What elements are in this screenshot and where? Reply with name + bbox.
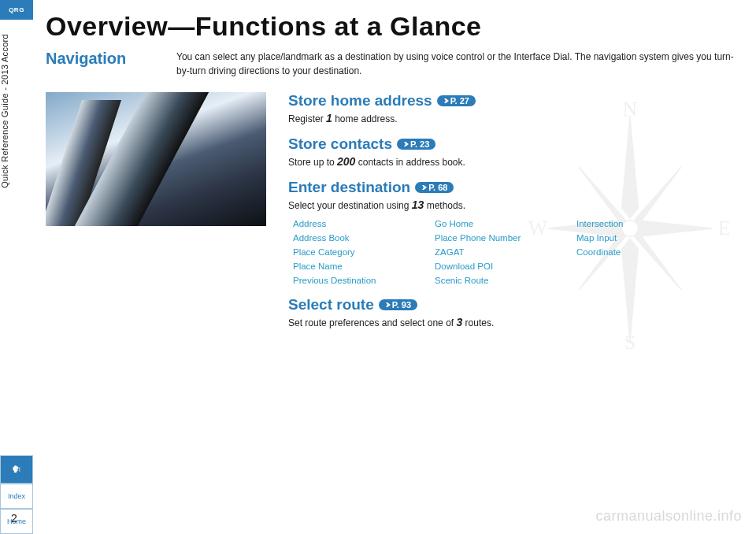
method-link[interactable]: Place Phone Number [435,233,567,243]
method-link[interactable]: Go Home [435,219,567,228]
section-store-home: Store home address P. 27 Register 1 home… [288,92,739,124]
method-link[interactable]: Download POI [435,261,567,271]
main-content: Overview—Functions at a Glance Navigatio… [46,11,739,339]
sidebar-guide-label: Quick Reference Guide - 2013 Accord [0,23,33,199]
method-link[interactable]: Intersection [576,219,679,228]
arrow-icon [401,140,409,148]
method-link[interactable]: Coordinate [576,247,679,257]
sidebar: QRG Quick Reference Guide - 2013 Accord … [0,0,33,534]
watermark: carmanualsonline.info [595,508,742,525]
page-ref-pill[interactable]: P. 68 [415,182,454,193]
section-store-contacts: Store contacts P. 23 Store up to 200 con… [288,135,739,168]
sidebar-voice-button[interactable]: 🗣 [0,455,33,484]
method-link[interactable]: Address Book [293,233,425,243]
method-empty [576,276,679,285]
arrow-icon [419,184,427,191]
page-ref-pill[interactable]: P. 23 [397,139,435,150]
page-ref-pill[interactable]: P. 93 [379,299,417,310]
page-ref-text: P. 68 [428,183,447,192]
section-enter-destination: Enter destination P. 68 Select your dest… [288,179,739,285]
method-link[interactable]: Place Name [293,261,425,271]
section-title[interactable]: Store contacts [288,135,392,153]
method-link[interactable]: Address [293,219,425,228]
sidebar-tab-qrg[interactable]: QRG [0,0,33,20]
method-link[interactable]: Place Category [293,247,425,257]
method-link[interactable]: ZAGAT [435,247,567,257]
arrow-icon [441,97,449,105]
voice-icon: 🗣 [12,464,21,475]
page-ref-pill[interactable]: P. 27 [437,95,476,106]
method-empty [576,261,679,271]
section-subtext: Store up to 200 contacts in address book… [288,155,739,168]
page-ref-text: P. 23 [410,139,429,149]
section-title[interactable]: Select route [288,296,374,313]
section-subtext: Register 1 home address. [288,112,739,124]
section-subtext: Select your destination using 13 methods… [288,198,739,211]
method-link[interactable]: Previous Destination [293,276,425,285]
section-heading-navigation: Navigation [46,50,148,68]
section-select-route: Select route P. 93 Set route preferences… [288,296,739,328]
section-title[interactable]: Store home address [288,92,432,109]
page-number: 2 [11,512,17,525]
sidebar-index-button[interactable]: Index [0,484,33,509]
page-ref-text: P. 27 [450,96,469,106]
method-link[interactable]: Map Input [576,233,679,243]
arrow-icon [383,301,391,309]
intro-text: You can select any place/landmark as a d… [176,50,739,78]
page-ref-text: P. 93 [392,300,411,310]
page-title: Overview—Functions at a Glance [46,11,739,42]
hero-image [46,92,266,226]
method-link[interactable]: Scenic Route [435,276,567,285]
section-title[interactable]: Enter destination [288,179,410,196]
section-subtext: Set route preferences and select one of … [288,316,739,328]
methods-grid: Address Go Home Intersection Address Boo… [293,219,739,285]
